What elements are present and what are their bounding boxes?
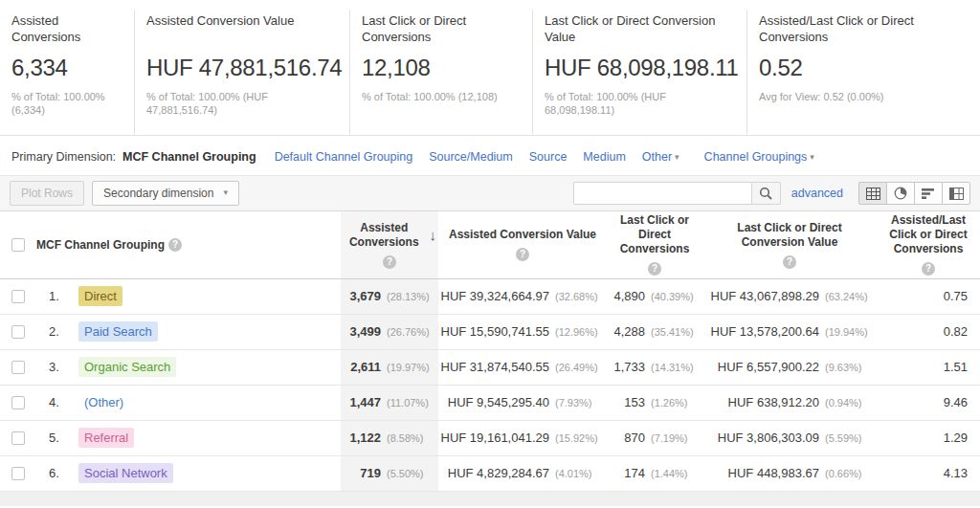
- scorecard: Last Click or Direct Conversion Value HU…: [532, 10, 746, 135]
- last-click-conversion-value: HUF 13,578,200.64: [711, 324, 819, 339]
- pivot-icon: [949, 188, 964, 200]
- last-click-conversion-value-pct: (0.94%): [825, 397, 871, 409]
- secondary-dimension-button[interactable]: Secondary dimension: [92, 181, 239, 206]
- channel-chip: Social Network: [78, 463, 173, 483]
- help-icon[interactable]: [168, 238, 182, 252]
- assisted-conversion-value-pct: (15.92%): [555, 432, 601, 444]
- last-click-conversion-value-pct: (5.59%): [825, 432, 871, 444]
- last-click-conversions-value: 4,890: [613, 289, 645, 303]
- assisted-conversions-value: 2,611: [350, 360, 381, 374]
- channel-chip: Referral: [78, 428, 134, 448]
- channel-chip: Direct: [78, 286, 122, 306]
- table-header-row: MCF Channel Grouping Assisted Conversion…: [0, 211, 980, 278]
- table-search: advanced: [573, 182, 970, 205]
- channel-groupings-label: Channel Groupings: [704, 150, 808, 164]
- last-click-conversions-value: 1,733: [613, 360, 645, 374]
- row-checkbox[interactable]: [11, 396, 25, 409]
- assisted-last-click-ratio-value: 0.82: [877, 314, 980, 349]
- dimension-source[interactable]: Source: [529, 150, 568, 164]
- last-click-conversion-value: HUF 6,557,900.22: [718, 360, 819, 374]
- search-input[interactable]: [573, 182, 751, 205]
- percentage-view-button[interactable]: [886, 182, 915, 205]
- last-click-conversion-value: HUF 448,983.67: [728, 466, 819, 480]
- dimension-medium[interactable]: Medium: [583, 150, 625, 164]
- assisted-conversions-value: 3,679: [349, 289, 381, 303]
- header-last-click-conversions[interactable]: Last Click or Direct Conversions: [607, 211, 702, 278]
- scorecard-subtext: % of Total: 100.00% (HUF 68,098,198.11): [545, 90, 737, 117]
- assisted-last-click-ratio-value: 1.51: [877, 349, 980, 385]
- performance-view-button[interactable]: [914, 182, 943, 205]
- assisted-conversion-value-pct: (4.01%): [555, 468, 601, 479]
- last-click-conversion-value: HUF 638,912.20: [728, 395, 819, 409]
- assisted-conversions-value: 719: [360, 466, 381, 480]
- last-click-conversions-pct: (40.39%): [651, 291, 697, 302]
- row-checkbox[interactable]: [11, 290, 25, 303]
- last-click-conversion-value-pct: (63.24%): [825, 291, 871, 302]
- last-click-conversions-pct: (14.31%): [651, 362, 697, 373]
- row-index: 3.: [36, 349, 78, 385]
- header-last-click-conversion-value[interactable]: Last Click or Direct Conversion Value: [702, 211, 877, 278]
- table-toolbar: Plot Rows Secondary dimension advanced: [0, 175, 980, 211]
- help-icon[interactable]: [648, 262, 661, 276]
- table-row: 5. Referral 1,122(8.58%) HUF 19,161,041.…: [0, 420, 980, 455]
- search-button[interactable]: [751, 182, 781, 205]
- help-icon[interactable]: [516, 248, 529, 261]
- last-click-conversions-pct: (7.19%): [651, 432, 697, 444]
- table-row: 6. Social Network 719(5.50%) HUF 4,829,2…: [0, 455, 980, 491]
- header-assisted-conversions[interactable]: Assisted Conversions: [341, 211, 438, 278]
- search-icon: [759, 187, 772, 200]
- header-lcdv-label: Last Click or Direct Conversion Value: [704, 221, 875, 250]
- header-lcd-label: Last Click or Direct Conversions: [609, 213, 701, 256]
- assisted-conversions-pct: (28.13%): [387, 291, 433, 302]
- assisted-conversions-pct: (5.50%): [387, 468, 433, 479]
- scorecard-title: Assisted/Last Click or Direct Conversion…: [759, 12, 970, 55]
- assisted-last-click-ratio-value: 0.75: [877, 278, 980, 314]
- dimension-mcf-channel-grouping[interactable]: MCF Channel Grouping: [122, 150, 256, 164]
- row-checkbox[interactable]: [11, 325, 25, 339]
- assisted-conversions-pct: (8.58%): [387, 432, 433, 444]
- row-checkbox[interactable]: [11, 361, 25, 374]
- assisted-conversion-value: HUF 4,829,284.67: [448, 466, 549, 480]
- row-checkbox[interactable]: [11, 431, 25, 445]
- scorecard-subtext: % of Total: 100.00% (6,334): [11, 90, 124, 117]
- select-all-checkbox[interactable]: [11, 238, 25, 252]
- channel-chip: Organic Search: [78, 357, 176, 377]
- dimension-other-dropdown[interactable]: Other: [642, 150, 679, 164]
- header-mcf-channel-grouping[interactable]: MCF Channel Grouping: [36, 211, 341, 278]
- row-index: 6.: [36, 455, 78, 491]
- view-toggle-group: [858, 182, 970, 205]
- dimension-default-channel-grouping[interactable]: Default Channel Grouping: [275, 150, 413, 164]
- help-icon[interactable]: [383, 255, 396, 269]
- pivot-view-button[interactable]: [942, 182, 970, 205]
- help-icon[interactable]: [783, 255, 796, 269]
- last-click-conversions-pct: (35.41%): [651, 326, 697, 338]
- last-click-conversion-value-pct: (9.63%): [825, 362, 871, 373]
- dimension-source-medium[interactable]: Source/Medium: [429, 150, 513, 164]
- row-index: 1.: [36, 278, 78, 314]
- assisted-conversions-value: 1,447: [349, 395, 381, 409]
- scorecard: Assisted Conversion Value HUF 47,881,516…: [134, 10, 349, 135]
- assisted-last-click-ratio-value: 4.13: [877, 455, 980, 491]
- header-assisted-last-click-ratio[interactable]: Assisted/Last Click or Direct Conversion…: [877, 211, 980, 278]
- pie-chart-icon: [894, 187, 907, 200]
- scorecard: Assisted Conversions 6,334 % of Total: 1…: [0, 10, 134, 135]
- bar-chart-icon: [922, 188, 936, 200]
- assisted-conversions-value: 1,122: [349, 431, 381, 445]
- channel-groupings-dropdown[interactable]: Channel Groupings: [704, 150, 814, 164]
- scorecard-title: Last Click or Direct Conversion Value: [545, 12, 737, 55]
- advanced-search-link[interactable]: advanced: [791, 187, 843, 200]
- assisted-conversion-value: HUF 19,161,041.29: [441, 431, 549, 445]
- header-assisted-conversion-value[interactable]: Assisted Conversion Value: [438, 211, 607, 278]
- last-click-conversion-value-pct: (19.94%): [825, 326, 871, 338]
- sort-descending-icon: [430, 228, 437, 242]
- last-click-conversion-value: HUF 3,806,303.09: [718, 431, 819, 445]
- scorecard: Assisted/Last Click or Direct Conversion…: [746, 10, 980, 135]
- table-view-button[interactable]: [858, 182, 887, 205]
- channel-chip: (Other): [78, 392, 129, 412]
- last-click-conversion-value-pct: (0.66%): [825, 468, 871, 479]
- row-checkbox[interactable]: [11, 467, 25, 480]
- plot-rows-button[interactable]: Plot Rows: [10, 181, 84, 206]
- last-click-conversions-value: 153: [624, 395, 645, 409]
- help-icon[interactable]: [922, 262, 935, 276]
- assisted-last-click-ratio-value: 9.46: [877, 385, 980, 420]
